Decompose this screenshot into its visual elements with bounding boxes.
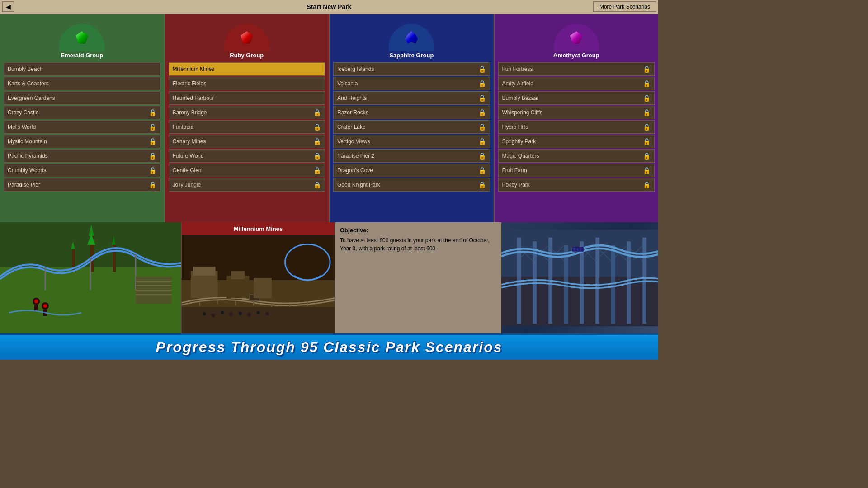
lock-icon: 🔒 <box>478 66 486 73</box>
scenario-item-fruit-farm[interactable]: Fruit Farm🔒 <box>498 164 655 177</box>
scenario-item-sprightly-park[interactable]: Sprightly Park🔒 <box>498 135 655 148</box>
lock-icon: 🔒 <box>313 181 321 188</box>
scenario-item-paradise-pier-2[interactable]: Paradise Pier 2🔒 <box>333 149 490 163</box>
lock-icon: 🔒 <box>643 123 651 131</box>
svg-point-41 <box>220 311 224 314</box>
scenario-item-future-world[interactable]: Future World🔒 <box>169 149 326 163</box>
scenario-item-crazy-castle[interactable]: Crazy Castle🔒 <box>4 106 160 119</box>
title-bar: ◀ Start New Park More Park Scenarios <box>0 0 658 14</box>
objective-text: To have at least 800 guests in your park… <box>340 236 497 253</box>
svg-point-16 <box>34 300 38 303</box>
more-scenarios-button[interactable]: More Park Scenarios <box>593 1 656 12</box>
lock-icon: 🔒 <box>313 152 321 160</box>
svg-point-40 <box>212 314 215 317</box>
lock-icon: 🔒 <box>313 123 321 131</box>
svg-rect-26 <box>193 267 216 276</box>
park-scene-visual <box>0 222 181 333</box>
svg-point-45 <box>256 311 260 315</box>
lock-icon: 🔒 <box>478 123 486 131</box>
groups-container: Emerald Group Bumbly BeachKarts & Coaste… <box>0 14 658 222</box>
scenario-item-good-knight-park[interactable]: Good Knight Park🔒 <box>333 178 490 192</box>
scenario-item-hydro-hills[interactable]: Hydro Hills🔒 <box>498 120 655 134</box>
lock-icon: 🔒 <box>643 167 651 174</box>
scenario-item-whispering-cliffs[interactable]: Whispering Cliffs🔒 <box>498 106 655 119</box>
scenario-item-gentle-glen[interactable]: Gentle Glen🔒 <box>169 164 326 177</box>
scenario-item-bumbly-beach[interactable]: Bumbly Beach <box>4 62 160 76</box>
coaster-scene-svg <box>501 222 658 333</box>
scenario-item-pokey-park[interactable]: Pokey Park🔒 <box>498 178 655 192</box>
back-button[interactable]: ◀ <box>2 1 14 12</box>
scenario-item-arid-heights[interactable]: Arid Heights🔒 <box>333 91 490 105</box>
lock-icon: 🔒 <box>643 181 651 188</box>
lock-icon: 🔒 <box>313 138 321 145</box>
scenario-item-fun-fortress[interactable]: Fun Fortress🔒 <box>498 62 655 76</box>
scenario-item-dragon-s-cove[interactable]: Dragon's Cove🔒 <box>333 164 490 177</box>
scenario-item-karts---coasters[interactable]: Karts & Coasters <box>4 77 160 90</box>
lock-icon: 🔒 <box>478 94 486 102</box>
scenario-item-mel-s-world[interactable]: Mel's World🔒 <box>4 120 160 134</box>
scenario-item-pacific-pyramids[interactable]: Pacific Pyramids🔒 <box>4 149 160 163</box>
scenario-item-canary-mines[interactable]: Canary Mines🔒 <box>169 135 326 148</box>
svg-rect-75 <box>573 248 576 251</box>
scenario-item-vertigo-views[interactable]: Vertigo Views🔒 <box>333 135 490 148</box>
svg-rect-37 <box>254 278 272 298</box>
scenario-item-jolly-jungle[interactable]: Jolly Jungle🔒 <box>169 178 326 192</box>
svg-point-46 <box>265 312 269 316</box>
ruby-scenario-list: Millennium MinesElectric FieldsHaunted H… <box>169 62 326 192</box>
scenario-item-barony-bridge[interactable]: Barony Bridge🔒 <box>169 106 326 119</box>
svg-point-43 <box>238 312 242 315</box>
group-panel-ruby: Ruby Group Millennium MinesElectric Fiel… <box>165 14 330 222</box>
scenario-item-haunted-harbour[interactable]: Haunted Harbour <box>169 91 326 105</box>
bottom-banner: Progress Through 95 Classic Park Scenari… <box>0 333 658 360</box>
lock-icon: 🔒 <box>313 109 321 116</box>
right-screenshot <box>501 222 658 333</box>
scenario-item-razor-rocks[interactable]: Razor Rocks🔒 <box>333 106 490 119</box>
svg-rect-36 <box>231 271 245 279</box>
left-screenshot <box>0 222 181 333</box>
lock-icon: 🔒 <box>149 152 156 160</box>
scenario-item-paradise-pier[interactable]: Paradise Pier🔒 <box>4 178 160 192</box>
group-header-ruby: Ruby Group <box>169 18 326 59</box>
sapphire-arch <box>389 24 434 51</box>
banner-text: Progress Through 95 Classic Park Scenari… <box>156 339 503 356</box>
scenario-item-magic-quarters[interactable]: Magic Quarters🔒 <box>498 149 655 163</box>
ruby-arch <box>224 24 269 51</box>
scenario-item-bumbly-bazaar[interactable]: Bumbly Bazaar🔒 <box>498 91 655 105</box>
emerald-group-name: Emerald Group <box>61 52 103 59</box>
scenario-item-volcania[interactable]: Volcania🔒 <box>333 77 490 90</box>
group-panel-amethyst: Amethyst Group Fun Fortress🔒Amity Airfie… <box>495 14 659 222</box>
lock-icon: 🔒 <box>643 109 651 116</box>
svg-rect-55 <box>580 241 584 324</box>
lock-icon: 🔒 <box>478 152 486 160</box>
lock-icon: 🔒 <box>643 66 651 73</box>
scenario-item-crater-lake[interactable]: Crater Lake🔒 <box>333 120 490 134</box>
preview-image <box>182 235 335 333</box>
group-header-amethyst: Amethyst Group <box>498 18 655 59</box>
ruby-group-name: Ruby Group <box>230 52 264 59</box>
lock-icon: 🔒 <box>149 109 156 116</box>
scenario-item-millennium-mines[interactable]: Millennium Mines <box>169 62 326 76</box>
svg-point-17 <box>43 304 47 308</box>
coaster-scene-visual <box>501 222 658 333</box>
amethyst-scenario-list: Fun Fortress🔒Amity Airfield🔒Bumbly Bazaa… <box>498 62 655 192</box>
lock-icon: 🔒 <box>643 138 651 145</box>
scenario-item-funtopia[interactable]: Funtopia🔒 <box>169 120 326 134</box>
svg-point-39 <box>203 312 206 316</box>
lock-icon: 🔒 <box>149 181 156 188</box>
scenario-item-amity-airfield[interactable]: Amity Airfield🔒 <box>498 77 655 90</box>
scenario-item-crumbly-woods[interactable]: Crumbly Woods🔒 <box>4 164 160 177</box>
objective-panel: Objective: To have at least 800 guests i… <box>335 222 501 333</box>
preview-panel: Millennium Mines <box>181 222 335 333</box>
emerald-gem-icon <box>75 31 88 44</box>
scenario-item-mystic-mountain[interactable]: Mystic Mountain🔒 <box>4 135 160 148</box>
lock-icon: 🔒 <box>149 123 156 131</box>
group-panel-sapphire: Sapphire Group Iceberg Islands🔒Volcania🔒… <box>330 14 495 222</box>
scenario-item-iceberg-islands[interactable]: Iceberg Islands🔒 <box>333 62 490 76</box>
lock-icon: 🔒 <box>313 167 321 174</box>
lock-icon: 🔒 <box>478 138 486 145</box>
group-header-emerald: Emerald Group <box>4 18 160 59</box>
scenario-item-electric-fields[interactable]: Electric Fields <box>169 77 326 90</box>
lock-icon: 🔒 <box>149 138 156 145</box>
scenario-item-evergreen-gardens[interactable]: Evergreen Gardens <box>4 91 160 105</box>
objective-title: Objective: <box>340 227 497 234</box>
